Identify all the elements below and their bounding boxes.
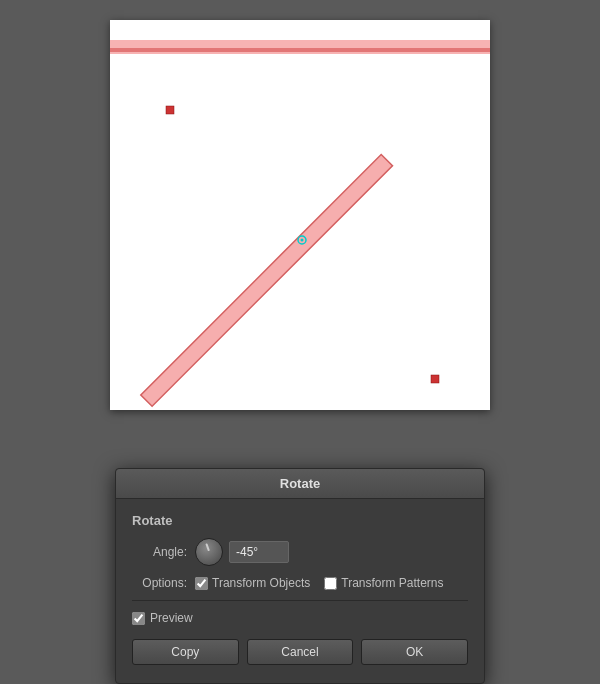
dialog-body: Rotate Angle: Options: Transform Objects…	[116, 499, 484, 683]
transform-patterns-label: Transform Patterns	[341, 576, 443, 590]
preview-checkbox[interactable]	[132, 612, 145, 625]
preview-option[interactable]: Preview	[132, 611, 193, 625]
angle-row: Angle:	[132, 538, 468, 566]
preview-row: Preview	[132, 611, 468, 625]
svg-rect-1	[110, 48, 490, 52]
section-label: Rotate	[132, 513, 468, 528]
ok-button[interactable]: OK	[361, 639, 468, 665]
dial-indicator	[205, 543, 210, 551]
checkbox-group: Transform Objects Transform Patterns	[195, 576, 444, 590]
canvas-svg	[110, 20, 490, 410]
svg-rect-2	[141, 154, 393, 406]
svg-point-4	[301, 239, 304, 242]
divider	[132, 600, 468, 601]
transform-objects-label: Transform Objects	[212, 576, 310, 590]
angle-dial[interactable]	[195, 538, 223, 566]
cancel-button[interactable]: Cancel	[247, 639, 354, 665]
preview-label: Preview	[150, 611, 193, 625]
dialog-buttons: Copy Cancel OK	[132, 639, 468, 669]
options-row: Options: Transform Objects Transform Pat…	[132, 576, 468, 590]
options-label: Options:	[132, 576, 187, 590]
angle-input[interactable]	[229, 541, 289, 563]
transform-objects-option[interactable]: Transform Objects	[195, 576, 310, 590]
svg-rect-6	[431, 375, 439, 383]
transform-patterns-checkbox[interactable]	[324, 577, 337, 590]
canvas-area	[0, 0, 600, 420]
transform-objects-checkbox[interactable]	[195, 577, 208, 590]
angle-label: Angle:	[132, 545, 187, 559]
copy-button[interactable]: Copy	[132, 639, 239, 665]
dialog-title: Rotate	[116, 469, 484, 499]
transform-patterns-option[interactable]: Transform Patterns	[324, 576, 443, 590]
svg-rect-5	[166, 106, 174, 114]
rotate-dialog: Rotate Rotate Angle: Options: Transform …	[115, 468, 485, 684]
